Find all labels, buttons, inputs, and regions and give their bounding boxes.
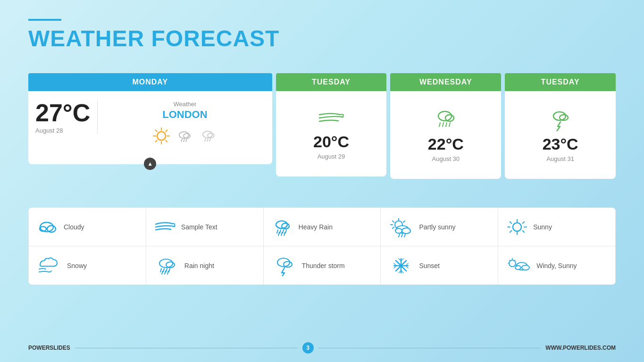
tuesday2-date: August 31 — [546, 155, 574, 162]
svg-point-46 — [402, 228, 410, 234]
legend-cell-heavy-rain: Heavy Rain — [264, 208, 381, 246]
sun-icon — [151, 126, 172, 146]
svg-line-49 — [401, 234, 402, 237]
wind-legend-icon — [154, 218, 176, 236]
legend-grid: Cloudy Sample Text He — [28, 208, 616, 285]
svg-line-7 — [166, 130, 167, 132]
title-part2: FORECAST — [151, 26, 279, 51]
tuesday1-temp: 20°C — [313, 133, 349, 151]
day-column-tuesday2: TUESDAY 23°C August 31 — [505, 73, 616, 179]
wind-icon — [317, 108, 345, 129]
day-card-wednesday: 22°C August 30 — [390, 91, 501, 179]
svg-line-8 — [155, 140, 157, 142]
legend-cell-rain-night: Rain night — [146, 246, 264, 285]
thunder-cloud-icon-2 — [546, 108, 575, 131]
svg-line-43 — [393, 227, 394, 228]
svg-line-48 — [399, 234, 400, 237]
svg-line-67 — [165, 271, 166, 274]
page-title: WEATHER FORECAST — [28, 25, 279, 51]
svg-line-64 — [166, 269, 167, 272]
footer: POWERSLIDES 3 WWW.POWERLIDES.COM — [28, 342, 616, 354]
sunset-icon — [388, 256, 414, 276]
footer-line-right — [318, 348, 541, 348]
svg-line-11 — [181, 139, 182, 142]
legend-cell-sunset: Sunset — [381, 246, 498, 285]
legend-cell-windy-sunny: Windy, Sunny — [498, 246, 616, 285]
svg-line-35 — [285, 230, 286, 233]
legend-label-partly-sunny: Partly sunny — [419, 223, 455, 231]
tuesday2-temp: 23°C — [543, 135, 578, 153]
legend-cell-snowy: Snowy — [29, 246, 146, 285]
day-header-tuesday2: TUESDAY — [505, 73, 616, 91]
svg-line-22 — [443, 123, 443, 126]
svg-line-62 — [160, 269, 161, 272]
legend-label-sunset: Sunset — [419, 262, 440, 269]
forecast-top-row: MONDAY 27°C August 28 Weather LONDON — [28, 73, 616, 179]
svg-point-47 — [395, 228, 402, 233]
legend-cell-partly-sunny: Partly sunny — [381, 208, 498, 246]
monday-date: August 28 — [35, 127, 63, 134]
footer-brand: POWERSLIDES — [28, 345, 70, 351]
cloud-rain-icon — [175, 126, 195, 146]
legend-label-sample: Sample Text — [181, 223, 217, 231]
svg-line-21 — [439, 123, 440, 126]
legend-label-heavy-rain: Heavy Rain — [299, 223, 333, 231]
svg-line-66 — [162, 271, 163, 274]
title-section: WEATHER FORECAST — [28, 19, 279, 51]
rain-night-icon — [154, 256, 180, 276]
svg-point-19 — [438, 111, 452, 121]
svg-point-89 — [522, 265, 529, 270]
cloud-icon — [36, 218, 59, 236]
svg-point-90 — [515, 266, 521, 269]
brand-name: POWERSLIDES — [28, 345, 70, 351]
wednesday-content: 22°C August 30 — [421, 101, 471, 169]
legend-cell-sunny: Sunny — [498, 208, 616, 246]
svg-line-65 — [169, 269, 170, 272]
wednesday-date: August 30 — [432, 155, 460, 162]
svg-line-68 — [167, 271, 168, 274]
location-label: Weather — [173, 101, 196, 108]
day-card-tuesday2: 23°C August 31 — [505, 91, 616, 179]
footer-url: WWW.POWERLIDES.COM — [545, 345, 616, 351]
sunny-icon — [506, 218, 528, 236]
svg-line-36 — [278, 232, 279, 236]
cloud-rain2-icon — [198, 126, 219, 146]
svg-line-57 — [523, 230, 525, 232]
monday-mini-icons — [151, 126, 219, 146]
windy-sunny-icon — [506, 256, 532, 276]
svg-line-50 — [404, 234, 405, 237]
svg-point-51 — [513, 223, 521, 231]
svg-line-5 — [155, 130, 157, 132]
svg-line-38 — [284, 232, 285, 236]
monday-temp-section: 27°C August 28 — [35, 101, 98, 134]
tuesday2-content: 23°C August 31 — [535, 101, 585, 169]
svg-point-0 — [157, 132, 166, 140]
day-column-wednesday: WEDNESDAY 22°C August 30 — [390, 73, 501, 179]
legend-label-sunny: Sunny — [533, 223, 552, 231]
svg-line-41 — [393, 221, 394, 222]
svg-point-28 — [47, 226, 56, 232]
partly-sunny-icon — [388, 216, 414, 237]
day-column-monday: MONDAY 27°C August 28 Weather LONDON — [28, 73, 272, 179]
day-header-monday: MONDAY — [28, 73, 272, 91]
heavy-rain-icon — [271, 218, 294, 236]
svg-line-12 — [184, 139, 184, 142]
svg-line-34 — [283, 230, 284, 233]
svg-line-33 — [280, 230, 281, 233]
legend-label-snowy: Snowy — [67, 262, 87, 269]
tuesday1-content: 20°C August 29 — [306, 101, 356, 167]
monday-detail: Weather LONDON — [105, 101, 265, 146]
svg-line-18 — [209, 139, 210, 141]
svg-point-70 — [284, 261, 292, 267]
svg-line-24 — [449, 123, 450, 126]
day-card-tuesday1: 20°C August 29 — [276, 91, 387, 177]
svg-line-59 — [510, 230, 512, 232]
legend-cell-thunder-storm: Thunder storm — [264, 246, 381, 285]
legend-label-windy-sunny: Windy, Sunny — [536, 262, 577, 269]
thunder-storm-icon — [271, 255, 297, 276]
weather-legend: Cloudy Sample Text He — [28, 208, 616, 285]
city-name: LONDON — [162, 109, 207, 121]
tuesday1-date: August 29 — [318, 153, 345, 160]
snowy-icon — [36, 256, 62, 276]
svg-line-63 — [163, 269, 164, 272]
